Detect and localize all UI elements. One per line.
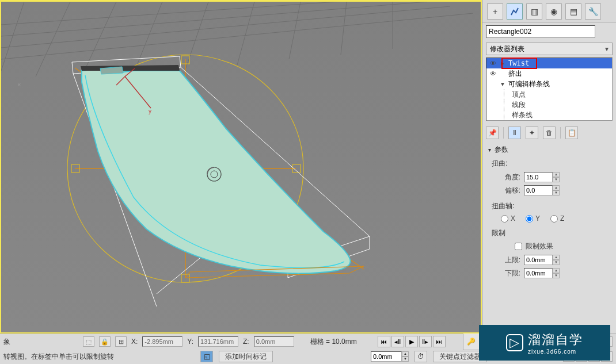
- svg-line-24: [180, 56, 181, 67]
- play-icon: ▷: [506, 334, 523, 351]
- absolute-mode-button[interactable]: ⊞: [115, 336, 127, 347]
- selection-info: 象: [3, 337, 10, 347]
- stack-tools: 📌 Ⅱ ✦ 🗑 📋: [486, 124, 613, 141]
- y-label: Y:: [187, 338, 193, 346]
- command-panel: + ▥ ◉ ▤ 🔧 修改器列表 👁 ▸ Twist 👁 挤出: [482, 0, 616, 334]
- upper-spinner[interactable]: ▲▼: [524, 255, 560, 265]
- next-frame-button[interactable]: Ⅱ▸: [419, 336, 432, 347]
- svg-line-6: [82, 2, 116, 76]
- modifier-list-dropdown[interactable]: 修改器列表: [486, 43, 613, 55]
- viewport-3d[interactable]: y ×: [0, 0, 482, 334]
- prev-frame-button[interactable]: ◂Ⅱ: [391, 336, 404, 347]
- bias-spinner[interactable]: ▲▼: [524, 185, 560, 196]
- lower-label: 下限:: [503, 269, 520, 278]
- angle-label: 角度:: [503, 173, 520, 182]
- subobject-spline[interactable]: 样条线: [486, 110, 612, 120]
- collapse-icon: ▾: [488, 147, 491, 153]
- playback-controls: ⏮ ◂Ⅱ ▶ Ⅱ▸ ⏭: [378, 336, 446, 347]
- svg-line-21: [72, 56, 180, 62]
- twist-section-label: 扭曲:: [492, 159, 607, 168]
- svg-text:y: y: [149, 108, 151, 114]
- panel-tabs: + ▥ ◉ ▤ 🔧: [482, 0, 616, 23]
- axis-x-radio[interactable]: X: [501, 214, 515, 223]
- subobject-segment[interactable]: 线段: [486, 99, 612, 110]
- expand-icon[interactable]: ▸: [499, 59, 506, 67]
- grid-label: 栅格 = 10.0mm: [310, 337, 357, 347]
- angle-spinner[interactable]: ▲▼: [524, 172, 560, 182]
- rollout-parameters: ▾ 参数 扭曲: 角度: ▲▼ 偏移:: [485, 144, 614, 288]
- x-label: X:: [131, 338, 138, 346]
- svg-line-23: [72, 62, 73, 74]
- add-time-tag-button[interactable]: 添加时间标记: [219, 351, 273, 362]
- axis-z-radio[interactable]: Z: [550, 214, 564, 223]
- modifier-stack[interactable]: 👁 ▸ Twist 👁 挤出 ▾ 可编辑样条线 顶点 线段 样条线: [486, 58, 613, 121]
- modifier-item-twist[interactable]: 👁 ▸ Twist: [486, 58, 612, 68]
- z-label: Z:: [243, 338, 249, 346]
- svg-line-9: [237, 2, 254, 65]
- axis-section-label: 扭曲轴:: [492, 201, 607, 211]
- remove-modifier-button[interactable]: 🗑: [543, 127, 556, 139]
- prompt-text: 转视图。在标签中单击可以限制旋转: [3, 352, 114, 362]
- modifier-list-label: 修改器列表: [490, 44, 524, 54]
- limit-effect-label: 限制效果: [526, 242, 553, 251]
- modify-tab[interactable]: [507, 3, 523, 20]
- axis-y-radio[interactable]: Y: [526, 214, 540, 223]
- x-coord-field[interactable]: [142, 336, 182, 347]
- selection-lock-button[interactable]: ⬚: [83, 336, 94, 347]
- svg-line-1: [1, 6, 450, 48]
- svg-line-11: [341, 2, 347, 55]
- hierarchy-tab[interactable]: ▥: [526, 3, 542, 20]
- utilities-tab[interactable]: 🔧: [585, 3, 601, 20]
- svg-line-0: [1, 2, 427, 36]
- set-key-button[interactable]: 🔑: [463, 333, 480, 350]
- create-tab[interactable]: +: [487, 3, 503, 20]
- watermark-overlay: ▷ 溜溜自学 zixue.3d66.com: [479, 325, 610, 361]
- display-tab[interactable]: ▤: [565, 3, 581, 20]
- collapse-icon[interactable]: ▾: [499, 80, 506, 88]
- modifier-item-extrude[interactable]: 👁 挤出: [486, 68, 612, 79]
- svg-text:×: ×: [17, 81, 21, 88]
- bias-label: 偏移:: [503, 186, 520, 196]
- visibility-icon[interactable]: 👁: [489, 59, 497, 67]
- goto-end-button[interactable]: ⏭: [433, 336, 446, 347]
- y-coord-field[interactable]: [198, 336, 238, 347]
- pin-stack-button[interactable]: 📌: [486, 127, 499, 139]
- upper-label: 上限:: [503, 255, 520, 265]
- isolate-button[interactable]: ◱: [200, 351, 213, 362]
- goto-start-button[interactable]: ⏮: [378, 336, 390, 347]
- motion-tab[interactable]: ◉: [546, 3, 562, 20]
- object-name-field[interactable]: [486, 25, 595, 38]
- show-end-result-button[interactable]: Ⅱ: [508, 127, 521, 139]
- svg-line-5: [36, 2, 70, 76]
- make-unique-button[interactable]: ✦: [526, 127, 538, 139]
- configure-sets-button[interactable]: 📋: [565, 127, 578, 139]
- current-frame-spinner[interactable]: ▲▼: [371, 351, 409, 362]
- rollout-header[interactable]: ▾ 参数: [485, 144, 614, 155]
- spacer: [489, 80, 497, 88]
- lock-icon[interactable]: 🔒: [99, 336, 111, 347]
- time-config-button[interactable]: ⏱: [415, 351, 427, 362]
- svg-line-7: [134, 2, 162, 74]
- limit-effect-checkbox[interactable]: [515, 243, 522, 250]
- lower-spinner[interactable]: ▲▼: [524, 268, 560, 278]
- svg-line-3: [1, 2, 404, 25]
- limit-section-label: 限制: [492, 228, 607, 238]
- subobject-vertex[interactable]: 顶点: [486, 89, 612, 99]
- z-coord-field[interactable]: [254, 336, 294, 347]
- modifier-item-editable-spline[interactable]: ▾ 可编辑样条线: [486, 79, 612, 89]
- visibility-icon[interactable]: 👁: [489, 70, 497, 78]
- play-button[interactable]: ▶: [405, 336, 418, 347]
